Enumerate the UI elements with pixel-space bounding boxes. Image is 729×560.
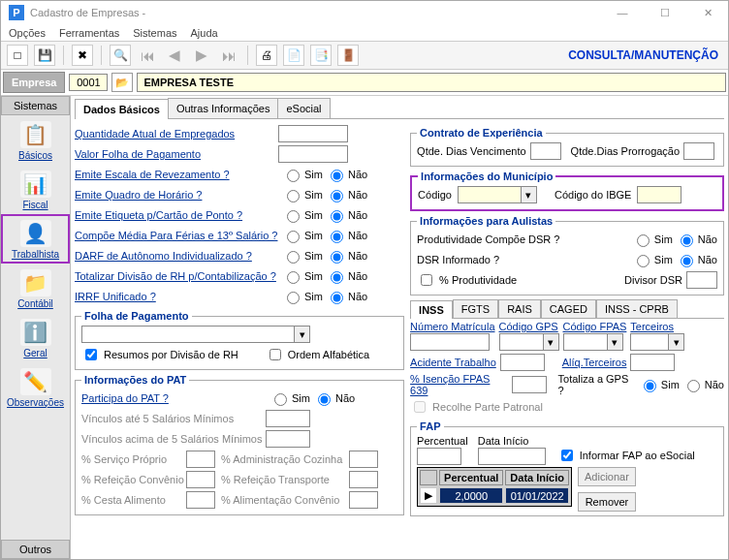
input-codigo-ibge[interactable] (637, 186, 681, 203)
menu-sistemas[interactable]: Sistemas (133, 27, 176, 39)
check-resumos[interactable] (85, 349, 97, 360)
nav-next-icon[interactable]: ▶ (191, 45, 212, 66)
radio-media-nao[interactable] (331, 231, 343, 243)
open-folder-icon[interactable]: 📂 (111, 73, 133, 92)
empresa-tab[interactable]: Empresa (3, 72, 65, 93)
tab-fgts[interactable]: FGTS (453, 299, 498, 318)
check-informar-fap[interactable] (561, 450, 573, 461)
table-row[interactable]: ▶2,000001/01/2022 (420, 487, 569, 504)
radio-etiqueta-sim[interactable] (287, 210, 300, 223)
lbl-totaliza[interactable]: Totalizar Divisão de RH p/Contabilização… (75, 270, 278, 282)
nav-first-icon[interactable]: ⏮ (137, 45, 158, 66)
maximize-button[interactable]: ☐ (652, 7, 678, 19)
lbl-num-mat[interactable]: Número Matrícula (410, 321, 494, 332)
menu-ajuda[interactable]: Ajuda (191, 27, 218, 39)
radio-dsrinf-sim[interactable] (637, 255, 650, 267)
tab-caged[interactable]: CAGED (541, 299, 596, 318)
lbl-etiqueta[interactable]: Emite Etiqueta p/Cartão de Ponto ? (75, 209, 278, 221)
gps-dropdown-icon[interactable]: ▾ (544, 333, 559, 351)
radio-darf-nao[interactable] (331, 251, 343, 264)
lbl-cod-fpas[interactable]: Código FPAS (563, 321, 627, 332)
lbl-media[interactable]: Compõe Média Para Férias e 13º Salário ? (75, 230, 278, 241)
input-cod-fpas[interactable] (563, 333, 608, 351)
input-terceiros[interactable] (630, 333, 669, 351)
sidebar-item-observacoes[interactable]: ✏️Observações (1, 362, 70, 412)
fpas-dropdown-icon[interactable]: ▾ (608, 333, 623, 351)
radio-irrf-nao[interactable] (331, 292, 343, 304)
lbl-valor-folha[interactable]: Valor Folha de Pagamento (75, 148, 278, 160)
nav-last-icon[interactable]: ⏭ (218, 45, 239, 66)
lbl-acidente[interactable]: Acidente Trabalho (410, 357, 496, 368)
radio-irrf-sim[interactable] (287, 292, 300, 304)
sidebar-item-contabil[interactable]: 📁Contábil (1, 264, 70, 313)
radio-escala-nao[interactable] (331, 170, 343, 182)
lbl-isencao[interactable]: % Isenção FPAS 639 (410, 373, 507, 396)
tab-dados-basicos[interactable]: Dados Básicos (75, 99, 169, 119)
input-divisor[interactable] (686, 271, 717, 289)
codigo-dropdown-icon[interactable]: ▾ (522, 186, 537, 203)
tab-esocial[interactable]: eSocial (277, 98, 330, 118)
input-folha[interactable] (81, 326, 295, 343)
radio-pat-nao[interactable] (318, 393, 331, 406)
minimize-button[interactable]: — (610, 7, 635, 19)
remover-button[interactable]: Remover (578, 492, 636, 512)
radio-pat-sim[interactable] (274, 393, 287, 406)
lbl-qtd-empregados[interactable]: Quantidade Atual de Empregados (75, 128, 278, 140)
radio-etiqueta-nao[interactable] (331, 210, 343, 223)
radio-dsrinf-nao[interactable] (681, 255, 693, 267)
radio-totgps-nao[interactable] (687, 380, 700, 392)
radio-proddsr-nao[interactable] (681, 234, 693, 247)
new-icon[interactable]: □ (7, 45, 28, 66)
lbl-quadro[interactable]: Emite Quadro de Horário ? (75, 189, 278, 201)
radio-totaliza-sim[interactable] (287, 271, 300, 284)
terc-dropdown-icon[interactable]: ▾ (669, 333, 684, 351)
radio-media-sim[interactable] (287, 231, 300, 243)
input-qtd-empregados[interactable] (278, 125, 348, 142)
input-fap-data[interactable] (478, 448, 546, 465)
menu-opcoes[interactable]: Opções (9, 27, 46, 39)
lbl-irrf[interactable]: IRRF Unificado ? (75, 291, 278, 302)
print-icon[interactable]: 🖨 (256, 45, 277, 66)
lbl-escala[interactable]: Emite Escala de Revezamento ? (75, 169, 278, 180)
tab-inss[interactable]: INSS (410, 300, 453, 319)
input-valor-folha[interactable] (278, 145, 348, 163)
input-cod-gps[interactable] (499, 333, 544, 351)
lbl-participa-pat[interactable]: Participa do PAT ? (81, 392, 266, 404)
input-qtde-venc[interactable] (530, 142, 561, 160)
radio-quadro-sim[interactable] (287, 190, 300, 202)
check-pct-prod[interactable] (421, 274, 432, 286)
report2-icon[interactable]: 📑 (310, 45, 332, 66)
sidebar-item-fiscal[interactable]: 📊Fiscal (1, 165, 70, 214)
adicionar-button[interactable]: Adicionar (578, 467, 636, 486)
delete-icon[interactable]: ✖ (72, 45, 93, 66)
radio-totgps-sim[interactable] (644, 380, 656, 392)
sidebar-item-trabalhista[interactable]: 👤Trabalhista (1, 214, 70, 264)
folha-dropdown-icon[interactable]: ▾ (295, 326, 310, 343)
close-button[interactable]: ✕ (695, 7, 720, 19)
lbl-cod-gps[interactable]: Código GPS (499, 321, 559, 332)
sidebar-item-basicos[interactable]: 📋Básicos (1, 115, 70, 165)
save-icon[interactable]: 💾 (34, 45, 55, 66)
empresa-code[interactable]: 0001 (69, 74, 108, 91)
sidebar-item-geral[interactable]: ℹ️Geral (1, 313, 70, 362)
input-aliq-terc[interactable] (630, 354, 675, 371)
radio-quadro-nao[interactable] (331, 190, 343, 202)
report1-icon[interactable]: 📄 (283, 45, 304, 66)
input-num-mat[interactable] (410, 333, 490, 351)
tab-outras-info[interactable]: Outras Informações (168, 98, 279, 118)
lbl-darf[interactable]: DARF de Autônomo Individualizado ? (75, 250, 278, 262)
tab-rais[interactable]: RAIS (498, 299, 541, 318)
input-isencao[interactable] (512, 376, 547, 393)
nav-prev-icon[interactable]: ◀ (164, 45, 185, 66)
lbl-terceiros[interactable]: Terceiros (630, 321, 684, 332)
input-fap-perc[interactable] (417, 448, 461, 465)
check-ordem[interactable] (269, 349, 281, 360)
empresa-name[interactable]: EMPRESA TESTE (137, 73, 726, 92)
search-icon[interactable]: 🔍 (110, 45, 131, 66)
radio-totaliza-nao[interactable] (331, 271, 343, 284)
menu-ferramentas[interactable]: Ferramentas (59, 27, 119, 39)
sidebar-footer[interactable]: Outros (1, 540, 70, 559)
input-acidente[interactable] (500, 354, 545, 371)
input-qtde-prorr[interactable] (683, 142, 714, 160)
radio-escala-sim[interactable] (287, 170, 300, 182)
